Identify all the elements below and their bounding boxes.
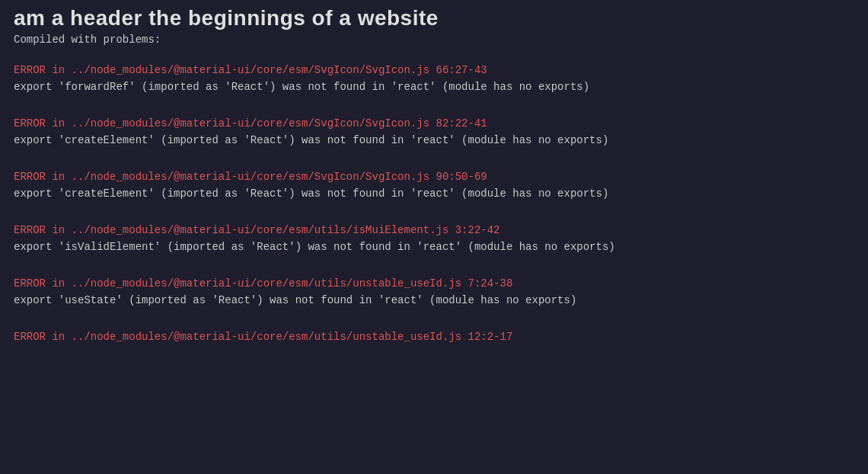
errors-list: ERROR in ../node_modules/@material-ui/co…: [0, 56, 868, 354]
error-location-3: ERROR in ../node_modules/@material-ui/co…: [14, 171, 854, 183]
error-message-5: export 'useState' (imported as 'React') …: [14, 294, 854, 306]
error-block-3: ERROR in ../node_modules/@material-ui/co…: [0, 163, 868, 216]
error-message-4: export 'isValidElement' (imported as 'Re…: [14, 241, 854, 253]
error-location-4: ERROR in ../node_modules/@material-ui/co…: [14, 224, 854, 236]
compiled-label: Compiled with problems:: [14, 34, 854, 46]
page-header: am a header the beginnings of a website …: [0, 0, 868, 56]
error-block-5: ERROR in ../node_modules/@material-ui/co…: [0, 270, 868, 323]
error-block-1: ERROR in ../node_modules/@material-ui/co…: [0, 56, 868, 110]
error-block-4: ERROR in ../node_modules/@material-ui/co…: [0, 216, 868, 270]
error-location-6: ERROR in ../node_modules/@material-ui/co…: [14, 331, 854, 343]
main-container: am a header the beginnings of a website …: [0, 0, 868, 474]
error-message-1: export 'forwardRef' (imported as 'React'…: [14, 81, 854, 93]
error-location-2: ERROR in ../node_modules/@material-ui/co…: [14, 117, 854, 130]
error-block-2: ERROR in ../node_modules/@material-ui/co…: [0, 110, 868, 163]
error-message-2: export 'createElement' (imported as 'Rea…: [14, 134, 854, 146]
page-title: am a header the beginnings of a website: [14, 6, 854, 30]
error-message-3: export 'createElement' (imported as 'Rea…: [14, 187, 854, 200]
error-block-6: ERROR in ../node_modules/@material-ui/co…: [0, 323, 868, 354]
error-location-5: ERROR in ../node_modules/@material-ui/co…: [14, 277, 854, 290]
error-location-1: ERROR in ../node_modules/@material-ui/co…: [14, 64, 854, 76]
